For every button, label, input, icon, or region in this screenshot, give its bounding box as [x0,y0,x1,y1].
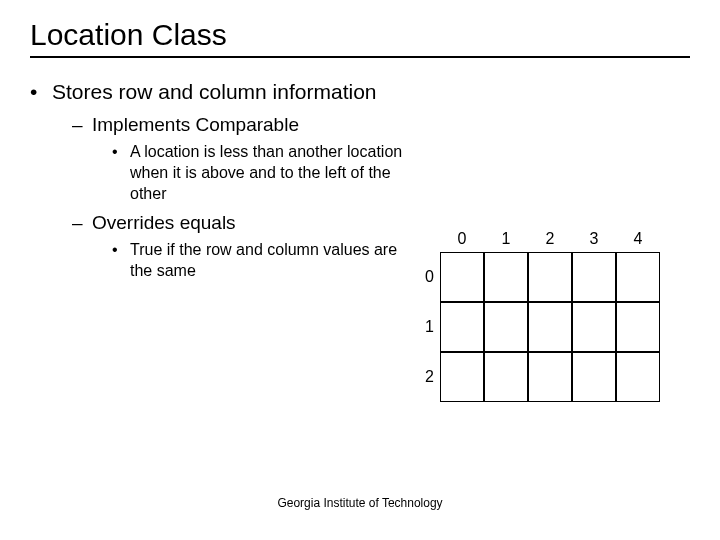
grid-cell [528,302,572,352]
grid-col-label: 1 [484,230,528,248]
grid-col-label: 3 [572,230,616,248]
grid-row: 2 [440,352,660,402]
grid-cell [572,352,616,402]
grid-cell [572,302,616,352]
grid-cell [528,252,572,302]
slide-title: Location Class [30,18,690,58]
footer: Georgia Institute of Technology [0,496,720,510]
grid-cell [484,302,528,352]
grid-diagram: 0 1 2 3 4 0 1 2 [440,230,660,402]
grid-col-label: 4 [616,230,660,248]
grid-row: 1 [440,302,660,352]
grid-cell [440,352,484,402]
bullet-level3: True if the row and column values are th… [30,240,410,282]
grid-col-label: 0 [440,230,484,248]
grid-cell [440,252,484,302]
grid-row-label: 1 [418,302,440,352]
grid-col-label: 2 [528,230,572,248]
grid-col-labels: 0 1 2 3 4 [440,230,660,252]
grid-cell [484,352,528,402]
bullet-level3: A location is less than another location… [30,142,410,204]
grid-cell [572,252,616,302]
grid-cell [616,302,660,352]
grid-cell [484,252,528,302]
grid-cell [528,352,572,402]
grid-cell [616,252,660,302]
bullet-level2: Implements Comparable [30,114,690,136]
slide: Location Class Stores row and column inf… [0,0,720,540]
grid-row: 0 [440,252,660,302]
grid-row-label: 0 [418,252,440,302]
grid-cell [440,302,484,352]
bullet-level1: Stores row and column information [30,80,690,104]
grid-row-label: 2 [418,352,440,402]
grid-cell [616,352,660,402]
